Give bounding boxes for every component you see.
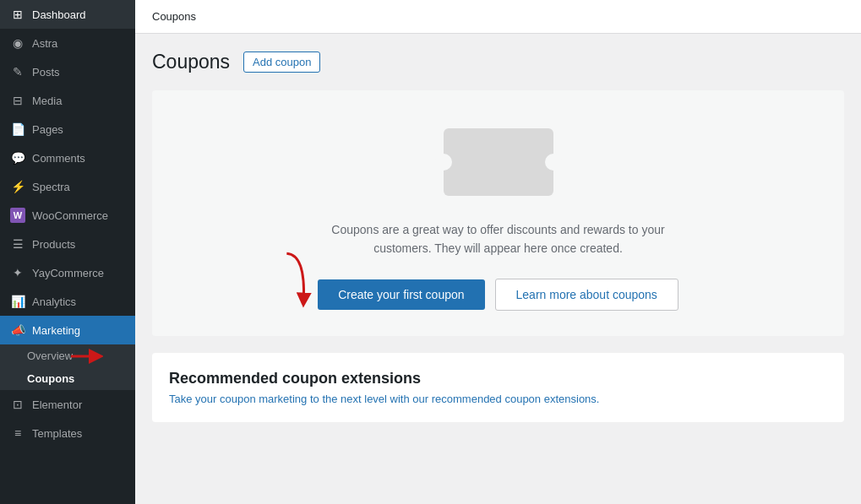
- sidebar-item-label: YayCommerce: [32, 267, 104, 279]
- coupon-ticket-shape: [444, 128, 553, 196]
- empty-state-description: Coupons are a great way to offer discoun…: [313, 220, 684, 258]
- pages-icon: 📄: [10, 122, 25, 137]
- sidebar-item-posts[interactable]: ✎ Posts: [0, 57, 135, 86]
- page-title: Coupons: [152, 51, 230, 73]
- sidebar-item-products[interactable]: ☰ Products: [0, 230, 135, 258]
- content-area: Coupons Add coupon Coupons are a great w…: [135, 34, 861, 504]
- recommended-section: Recommended coupon extensions Take your …: [152, 353, 844, 422]
- products-icon: ☰: [10, 236, 25, 252]
- page-header: Coupons Add coupon: [152, 51, 844, 73]
- sidebar: ⊞ Dashboard ◉ Astra ✎ Posts ⊟ Media 📄 Pa…: [0, 0, 135, 504]
- sidebar-item-yaycommerce[interactable]: ✦ YayCommerce: [0, 258, 135, 287]
- elementor-icon: ⊡: [10, 397, 25, 412]
- yaycommerce-icon: ✦: [10, 265, 25, 280]
- sidebar-item-label: Templates: [32, 427, 82, 440]
- sidebar-item-label: Astra: [32, 37, 57, 50]
- sidebar-subitem-coupons[interactable]: Coupons: [0, 367, 135, 390]
- dashboard-icon: ⊞: [10, 7, 25, 22]
- recommended-subtitle: Take your coupon marketing to the next l…: [169, 393, 827, 405]
- templates-icon: ≡: [10, 425, 25, 441]
- topbar: Coupons: [135, 0, 861, 34]
- sidebar-item-label: Analytics: [32, 295, 76, 308]
- sidebar-item-label: Comments: [32, 152, 85, 165]
- empty-state-card: Coupons are a great way to offer discoun…: [152, 90, 844, 336]
- marketing-submenu: Overview Coupons: [0, 344, 135, 390]
- sidebar-item-analytics[interactable]: 📊 Analytics: [0, 287, 135, 316]
- posts-icon: ✎: [10, 64, 25, 79]
- sidebar-item-label: Dashboard: [32, 8, 86, 21]
- sidebar-item-astra[interactable]: ◉ Astra: [0, 29, 135, 57]
- sidebar-item-label: Products: [32, 238, 75, 251]
- red-arrow-overview: [69, 347, 103, 366]
- sidebar-item-elementor[interactable]: ⊡ Elementor: [0, 390, 135, 419]
- add-coupon-button[interactable]: Add coupon: [243, 51, 320, 73]
- sidebar-item-pages[interactable]: 📄 Pages: [0, 115, 135, 144]
- woocommerce-icon: W: [10, 208, 25, 223]
- main-content: Coupons Coupons Add coupon Coupons are a…: [135, 0, 861, 504]
- spectra-icon: ⚡: [10, 179, 25, 194]
- astra-icon: ◉: [10, 35, 25, 51]
- coupon-illustration: [439, 124, 558, 200]
- sidebar-item-label: Spectra: [32, 181, 70, 193]
- sidebar-item-label: Media: [32, 95, 62, 107]
- empty-state-actions: Create your first coupon Learn more abou…: [318, 279, 678, 311]
- learn-more-button[interactable]: Learn more about coupons: [495, 279, 678, 311]
- recommended-title: Recommended coupon extensions: [169, 370, 827, 387]
- sidebar-item-woocommerce[interactable]: W WooCommerce: [0, 201, 135, 230]
- comments-icon: 💬: [10, 150, 25, 165]
- analytics-icon: 📊: [10, 294, 25, 309]
- overview-label: Overview: [27, 350, 73, 362]
- sidebar-item-templates[interactable]: ≡ Templates: [0, 419, 135, 447]
- sidebar-item-dashboard[interactable]: ⊞ Dashboard: [0, 0, 135, 29]
- sidebar-item-label: Elementor: [32, 398, 82, 411]
- sidebar-item-marketing[interactable]: 📣 Marketing: [0, 316, 135, 344]
- media-icon: ⊟: [10, 93, 25, 108]
- create-first-coupon-button[interactable]: Create your first coupon: [318, 279, 484, 310]
- sidebar-item-label: Pages: [32, 123, 63, 136]
- sidebar-item-label: Posts: [32, 66, 60, 79]
- coupons-label: Coupons: [27, 372, 74, 385]
- sidebar-item-label: Marketing: [32, 324, 80, 337]
- sidebar-item-label: WooCommerce: [32, 209, 108, 222]
- topbar-title: Coupons: [152, 10, 196, 23]
- sidebar-item-media[interactable]: ⊟ Media: [0, 86, 135, 115]
- sidebar-item-comments[interactable]: 💬 Comments: [0, 144, 135, 172]
- marketing-icon: 📣: [10, 322, 25, 338]
- sidebar-subitem-overview[interactable]: Overview: [0, 344, 135, 367]
- sidebar-item-spectra[interactable]: ⚡ Spectra: [0, 172, 135, 201]
